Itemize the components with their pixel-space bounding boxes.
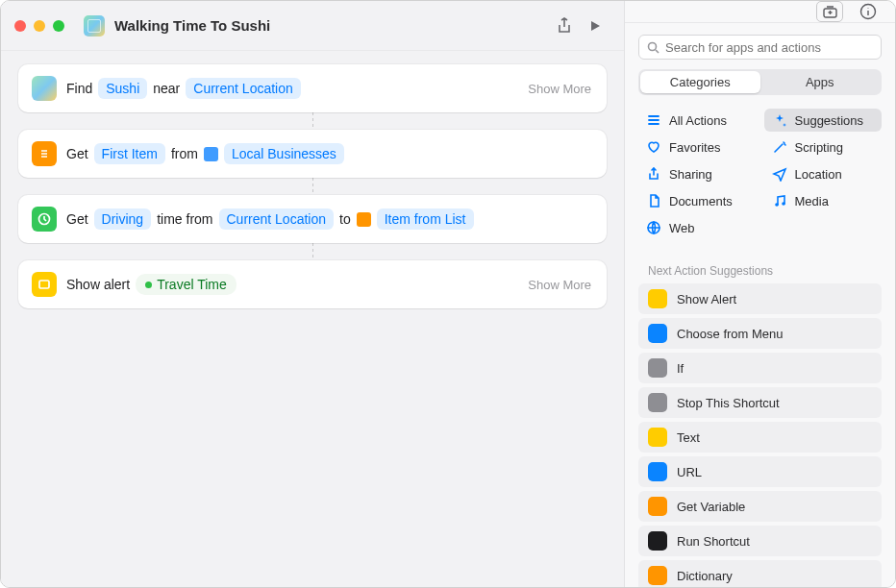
action-token[interactable]: Item from List (377, 208, 474, 230)
orange-list-icon (32, 141, 57, 166)
run-button[interactable] (580, 13, 610, 38)
workflow-action[interactable]: Show alertTravel TimeShow More (18, 260, 607, 308)
suggestion-label: Run Shortcut (677, 534, 750, 549)
shortcut-icon (84, 15, 105, 37)
variable-icon (357, 212, 371, 227)
action-word: near (153, 81, 180, 96)
suggestion-item[interactable]: Choose from Menu (638, 318, 882, 349)
library-tabs: Categories Apps (638, 69, 882, 95)
action-word: Show alert (66, 277, 130, 292)
wand-icon (772, 139, 787, 155)
suggestion-item[interactable]: Text (638, 422, 882, 453)
variable-icon (204, 147, 218, 161)
share-icon (646, 166, 661, 182)
suggestion-icon (648, 393, 667, 412)
suggestion-icon (648, 531, 667, 551)
workflow-action[interactable]: FindSushinearCurrent LocationShow More (18, 64, 607, 112)
search-icon (647, 41, 660, 54)
suggestion-icon (648, 497, 667, 516)
window-minimize-button[interactable] (34, 20, 45, 32)
suggestion-icon (648, 289, 667, 308)
action-token[interactable]: Local Businesses (224, 143, 344, 164)
category-suggestions[interactable]: Suggestions (764, 109, 883, 132)
action-token[interactable]: First Item (94, 143, 165, 164)
show-more-button[interactable]: Show More (528, 278, 591, 292)
category-web[interactable]: Web (638, 216, 757, 239)
suggestion-item[interactable]: Dictionary (638, 560, 882, 588)
title-bar: Walking Time To Sushi (1, 1, 624, 51)
sidebar-toolbar (625, 1, 895, 23)
category-location[interactable]: Location (764, 162, 883, 185)
window-close-button[interactable] (14, 20, 26, 32)
sparkle-icon (772, 112, 787, 128)
suggestion-icon (648, 462, 667, 481)
category-label: Suggestions (795, 113, 864, 128)
category-sharing[interactable]: Sharing (638, 162, 757, 185)
search-field[interactable] (638, 35, 882, 60)
search-input[interactable] (665, 40, 873, 55)
heart-icon (646, 139, 661, 155)
tab-categories[interactable]: Categories (640, 71, 760, 93)
workflow-action[interactable]: GetDrivingtime fromCurrent LocationtoIte… (18, 195, 607, 243)
svg-point-5 (775, 203, 779, 207)
action-token[interactable]: Current Location (186, 78, 301, 99)
share-button[interactable] (549, 13, 580, 38)
category-label: Location (795, 167, 842, 182)
shortcut-title: Walking Time To Sushi (114, 17, 549, 34)
category-scripting[interactable]: Scripting (764, 135, 883, 159)
category-documents[interactable]: Documents (638, 189, 757, 212)
web-icon (646, 220, 661, 235)
workflow-action[interactable]: GetFirst ItemfromLocal Businesses (18, 130, 607, 178)
category-label: All Actions (669, 113, 727, 128)
suggestion-label: Dictionary (677, 569, 733, 583)
suggestion-item[interactable]: Get Variable (638, 491, 882, 522)
category-label: Scripting (795, 140, 844, 155)
suggestion-icon (648, 428, 667, 447)
library-button[interactable] (816, 1, 843, 22)
action-token[interactable]: Current Location (219, 208, 335, 230)
green-clock-icon (32, 207, 57, 232)
suggestion-icon (648, 566, 667, 585)
action-token[interactable]: Driving (94, 208, 152, 230)
category-label: Favorites (669, 140, 720, 155)
tab-apps[interactable]: Apps (760, 71, 881, 93)
suggestion-item[interactable]: Show Alert (638, 283, 882, 314)
action-word: from (171, 146, 198, 161)
action-word: Get (66, 211, 88, 227)
suggestion-label: Show Alert (677, 292, 736, 306)
magic-variable-chip[interactable]: Travel Time (136, 274, 236, 295)
action-word: Find (66, 81, 92, 96)
info-button[interactable] (855, 1, 882, 22)
suggestion-icon (648, 324, 667, 343)
category-favorites[interactable]: Favorites (638, 135, 757, 159)
suggestion-item[interactable]: URL (638, 456, 882, 487)
workflow-canvas: FindSushinearCurrent LocationShow MoreGe… (1, 51, 624, 587)
svg-point-6 (782, 202, 785, 206)
action-word: time from (157, 211, 212, 227)
suggestion-label: Text (677, 430, 700, 445)
suggestion-label: Get Variable (677, 500, 745, 514)
suggestion-label: If (677, 361, 684, 376)
suggestions-header: Next Action Suggestions (625, 260, 895, 283)
category-label: Web (669, 221, 695, 235)
suggestion-item[interactable]: Stop This Shortcut (638, 387, 882, 418)
suggestion-item[interactable]: If (638, 353, 882, 383)
category-label: Documents (669, 194, 733, 208)
svg-point-4 (649, 42, 657, 50)
suggestion-label: Choose from Menu (677, 327, 784, 341)
media-icon (772, 193, 787, 208)
category-label: Media (795, 194, 829, 208)
action-word: to (339, 211, 351, 227)
show-more-button[interactable]: Show More (528, 82, 591, 96)
suggestion-item[interactable]: Run Shortcut (638, 526, 882, 556)
window-zoom-button[interactable] (53, 20, 64, 32)
action-word: Get (66, 146, 88, 161)
suggestion-label: Stop This Shortcut (677, 396, 780, 410)
category-media[interactable]: Media (764, 189, 883, 212)
suggestion-icon (648, 358, 667, 378)
maps-icon (32, 76, 57, 101)
category-label: Sharing (669, 167, 712, 182)
yellow-alert-icon (32, 272, 57, 297)
action-token[interactable]: Sushi (98, 78, 147, 99)
category-all-actions[interactable]: All Actions (638, 109, 757, 132)
